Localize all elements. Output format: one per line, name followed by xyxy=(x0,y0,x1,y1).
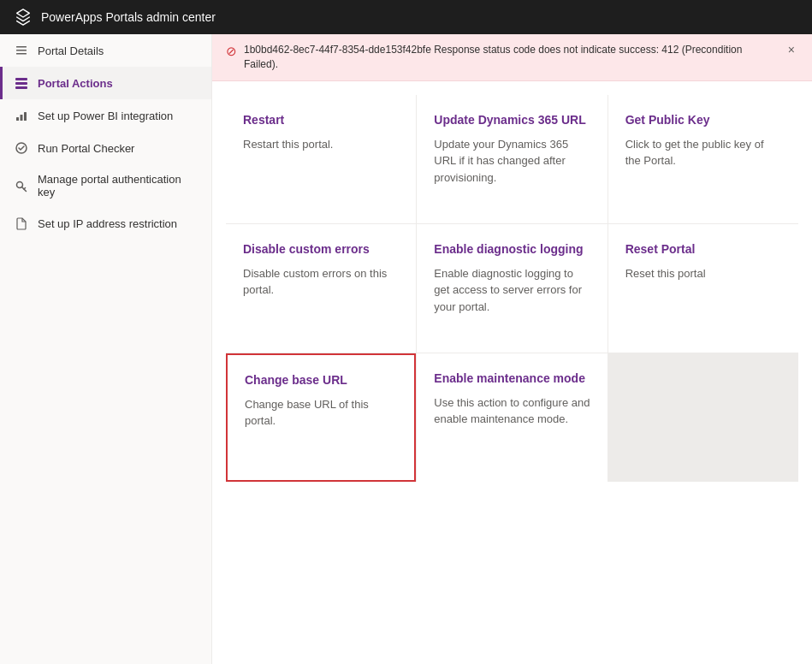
card-title: Reset Portal xyxy=(625,241,781,257)
card-description: Change base URL of this portal. xyxy=(245,396,397,430)
sidebar-item-portal-actions[interactable]: Portal Actions xyxy=(0,67,211,99)
app-title: PowerApps Portals admin center xyxy=(41,10,216,24)
card-description: Use this action to configure and enable … xyxy=(434,394,590,428)
card-title: Enable diagnostic logging xyxy=(434,241,590,257)
alert-close-button[interactable]: × xyxy=(785,43,798,56)
alert-message: 1b0bd462-8ec7-44f7-8354-dde153f42bfe Res… xyxy=(244,43,778,72)
sidebar: Portal Details Portal Actions xyxy=(0,34,212,664)
alert-banner: ⊘ 1b0bd462-8ec7-44f7-8354-dde153f42bfe R… xyxy=(212,34,812,81)
app-header: PowerApps Portals admin center xyxy=(0,0,812,34)
card-title: Change base URL xyxy=(245,372,397,388)
actions-icon xyxy=(14,75,29,91)
svg-rect-2 xyxy=(16,53,27,55)
card-maintenance-mode[interactable]: Enable maintenance mode Use this action … xyxy=(417,353,607,482)
card-title: Restart xyxy=(243,112,399,127)
card-description: Update your Dynamics 365 URL if it has c… xyxy=(434,136,590,187)
svg-rect-7 xyxy=(21,115,23,121)
svg-rect-1 xyxy=(16,50,27,51)
chart-icon xyxy=(14,108,29,123)
card-get-public-key[interactable]: Get Public Key Click to get the public k… xyxy=(608,95,798,223)
svg-rect-4 xyxy=(15,82,27,85)
card-update-dynamics[interactable]: Update Dynamics 365 URL Update your Dyna… xyxy=(417,95,607,223)
svg-rect-5 xyxy=(15,86,27,89)
main-content: ⊘ 1b0bd462-8ec7-44f7-8354-dde153f42bfe R… xyxy=(212,34,812,664)
cards-grid: Restart Restart this portal. Update Dyna… xyxy=(226,95,798,482)
app-logo-icon xyxy=(14,8,33,27)
sidebar-item-ip-restriction[interactable]: Set up IP address restriction xyxy=(0,207,211,240)
sidebar-item-portal-details[interactable]: Portal Details xyxy=(0,34,211,67)
card-description: Enable diagnostic logging to get access … xyxy=(434,265,590,316)
svg-rect-0 xyxy=(16,46,27,48)
sidebar-item-label: Set up Power BI integration xyxy=(38,110,173,122)
doc-icon xyxy=(14,216,29,231)
card-reset-portal[interactable]: Reset Portal Reset this portal xyxy=(608,224,798,353)
card-description: Click to get the public key of the Porta… xyxy=(625,136,781,169)
card-description: Restart this portal. xyxy=(243,136,399,153)
svg-rect-8 xyxy=(24,112,27,121)
list-icon xyxy=(14,43,29,58)
card-description: Disable custom errors on this portal. xyxy=(243,265,399,299)
card-title: Disable custom errors xyxy=(243,241,399,257)
sidebar-item-label: Run Portal Checker xyxy=(38,142,134,155)
sidebar-item-portal-checker[interactable]: Run Portal Checker xyxy=(0,132,211,164)
svg-rect-6 xyxy=(16,117,19,121)
card-title: Get Public Key xyxy=(625,112,781,127)
key-icon xyxy=(14,178,29,193)
card-description: Reset this portal xyxy=(625,265,781,282)
sidebar-item-label: Manage portal authentication key xyxy=(38,173,198,199)
card-title: Update Dynamics 365 URL xyxy=(434,112,590,127)
alert-error-icon: ⊘ xyxy=(226,44,237,59)
card-disable-errors[interactable]: Disable custom errors Disable custom err… xyxy=(226,224,416,353)
svg-rect-3 xyxy=(15,78,27,80)
card-change-base-url[interactable]: Change base URL Change base URL of this … xyxy=(226,353,416,482)
sidebar-item-label: Portal Details xyxy=(38,44,104,57)
sidebar-item-label: Portal Actions xyxy=(38,77,113,90)
card-restart[interactable]: Restart Restart this portal. xyxy=(226,95,416,223)
card-diagnostic-logging[interactable]: Enable diagnostic logging Enable diagnos… xyxy=(417,224,607,353)
sidebar-item-auth-key[interactable]: Manage portal authentication key xyxy=(0,164,211,207)
card-title: Enable maintenance mode xyxy=(434,371,590,386)
sidebar-item-label: Set up IP address restriction xyxy=(38,217,177,230)
sidebar-item-power-bi[interactable]: Set up Power BI integration xyxy=(0,99,211,132)
check-icon xyxy=(14,140,29,156)
